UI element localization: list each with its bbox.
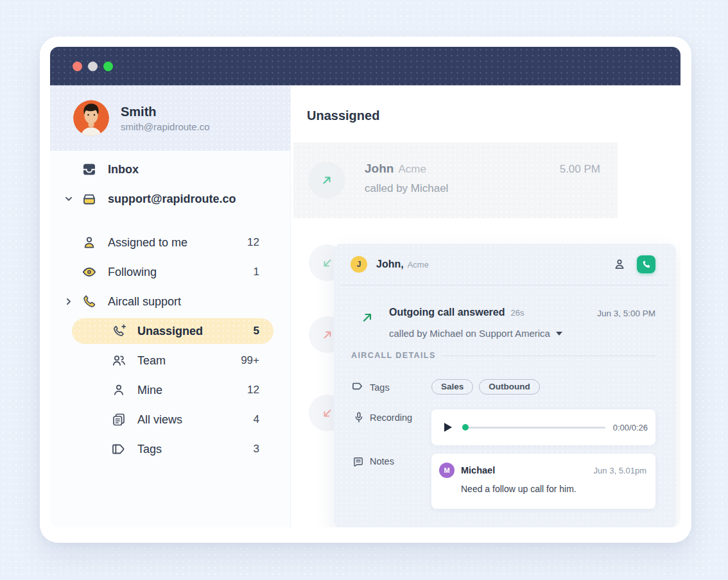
call-subtitle: called by Michael: [365, 182, 448, 195]
call-list-item[interactable]: JohnAcme 5.00 PM called by Michael: [293, 142, 618, 218]
outgoing-call-answered-icon: [360, 310, 375, 325]
event-subtitle-row[interactable]: called by Michael on Support America: [389, 328, 562, 339]
outgoing-call-icon: [308, 162, 345, 199]
profile-section[interactable]: Smith smith@rapidroute.co: [50, 85, 290, 151]
note-author: Michael: [461, 465, 495, 475]
event-title-row: Outgoing call answered 26s: [389, 307, 524, 318]
play-button[interactable]: [444, 423, 452, 432]
recording-label: Recording: [370, 413, 412, 423]
main-panel: Unassigned JohnAcme 5.00 PM called by Mi…: [291, 85, 680, 527]
sidebar-item-count: 99+: [241, 354, 259, 367]
section-title: AIRCALL DETAILS: [351, 351, 436, 360]
call-contact-name: JohnAcme: [365, 162, 426, 176]
note-body: Need a follow up call for him.: [461, 484, 646, 494]
copies-icon: [110, 411, 127, 428]
sidebar-item-team[interactable]: Team 99+: [50, 346, 290, 375]
person-icon: [81, 234, 98, 251]
sidebar-item-assigned-to-me[interactable]: Assigned to me 12: [50, 228, 290, 257]
sidebar-item-label: Unassigned: [137, 325, 203, 338]
inbox-icon: [81, 161, 98, 178]
note-author-avatar: M: [439, 463, 455, 478]
phone-add-icon: [110, 323, 127, 339]
notes-label: Notes: [370, 456, 394, 466]
call-detail-panel: J John, Acme: [334, 244, 676, 527]
event-duration: 26s: [510, 308, 524, 318]
eye-icon: [81, 264, 98, 280]
sidebar-item-aircall-support[interactable]: Aircall support: [50, 287, 290, 316]
chevron-right-icon[interactable]: [64, 297, 73, 306]
header-divider: [340, 285, 668, 286]
sidebar-item-support-inbox[interactable]: support@rapidroute.co: [50, 184, 290, 214]
sidebar-item-count: 4: [254, 413, 259, 426]
profile-name: Smith: [121, 104, 210, 120]
chevron-down-icon[interactable]: [64, 194, 73, 203]
event-timestamp: Jun 3, 5:00 PM: [597, 309, 655, 318]
user-avatar: [73, 100, 109, 136]
sidebar-item-mine[interactable]: Mine 12: [50, 375, 290, 405]
recording-time: 0:00/0:26: [613, 423, 648, 432]
sidebar-item-label: Following: [108, 266, 157, 279]
note-timestamp: Jun 3, 5.01pm: [594, 466, 646, 475]
sidebar-item-label: Aircall support: [108, 295, 181, 309]
playback-slider[interactable]: [462, 427, 605, 429]
sidebar-item-count: 5: [254, 325, 259, 337]
tag-pills: Sales Outbound: [431, 379, 540, 395]
person-outline-icon: [110, 382, 127, 398]
section-divider: [442, 355, 655, 356]
sidebar-item-label: All views: [137, 413, 182, 427]
tag-icon: [110, 441, 127, 457]
sidebar-item-label: Team: [137, 354, 166, 368]
tag-pill-sales[interactable]: Sales: [431, 379, 473, 395]
sidebar-item-count: 12: [247, 384, 259, 397]
caret-down-icon[interactable]: [556, 332, 562, 336]
app-window: Smith smith@rapidroute.co Inbox: [50, 47, 680, 527]
event-subtitle: called by Michael on Support America: [389, 328, 550, 339]
note-card[interactable]: M Michael Jun 3, 5.01pm Need a follow up…: [431, 454, 655, 509]
tag-icon: [351, 381, 364, 394]
maximize-window-button[interactable]: [103, 62, 113, 71]
sidebar-item-label: Tags: [137, 443, 162, 456]
header-actions: [612, 255, 655, 273]
tag-pill-outbound[interactable]: Outbound: [479, 379, 539, 395]
microphone-icon: [352, 411, 365, 424]
sidebar-item-tags[interactable]: Tags 3: [50, 434, 290, 464]
event-title: Outgoing call answered: [389, 307, 505, 318]
profile-email: smith@rapidroute.co: [121, 121, 210, 132]
sidebar-item-inbox[interactable]: Inbox: [50, 155, 290, 184]
profile-text: Smith smith@rapidroute.co: [121, 104, 210, 132]
sidebar-item-all-views[interactable]: All views 4: [50, 405, 290, 434]
sidebar-item-count: 3: [254, 443, 259, 456]
contact-company: Acme: [408, 260, 429, 269]
app-frame: Smith smith@rapidroute.co Inbox: [40, 37, 691, 543]
sidebar-item-label: Assigned to me: [108, 236, 187, 250]
team-icon: [110, 352, 127, 369]
note-icon: [352, 456, 365, 468]
minimize-window-button[interactable]: [88, 62, 98, 71]
sidebar-item-unassigned[interactable]: Unassigned 5: [50, 316, 290, 346]
assign-person-button[interactable]: [612, 257, 627, 272]
window-titlebar: [50, 47, 680, 85]
nav-group-gap: [50, 214, 290, 228]
sidebar-item-label: Inbox: [108, 163, 139, 176]
phone-icon: [641, 259, 652, 269]
contact-avatar: J: [351, 256, 367, 273]
slider-knob[interactable]: [462, 424, 469, 431]
sidebar-item-label: Mine: [137, 384, 162, 397]
sidebar-nav: Inbox support@rapidroute.co: [50, 151, 290, 464]
call-button[interactable]: [637, 255, 655, 273]
close-window-button[interactable]: [73, 62, 82, 71]
page-background: Smith smith@rapidroute.co Inbox: [0, 0, 728, 580]
sidebar-item-count: 12: [247, 236, 259, 249]
mailbox-icon: [81, 191, 98, 207]
sidebar-item-count: 1: [254, 266, 259, 278]
detail-header: J John, Acme: [334, 244, 676, 285]
page-title: Unassigned: [307, 108, 379, 123]
note-header: M Michael Jun 3, 5.01pm: [439, 463, 646, 478]
call-contact-company: Acme: [398, 163, 426, 175]
call-time: 5.00 PM: [560, 163, 600, 176]
sidebar-item-label: support@rapidroute.co: [108, 192, 236, 206]
sidebar: Smith smith@rapidroute.co Inbox: [50, 85, 291, 527]
sidebar-item-following[interactable]: Following 1: [50, 257, 290, 287]
tags-label: Tags: [370, 382, 390, 393]
phone-icon: [81, 293, 98, 310]
